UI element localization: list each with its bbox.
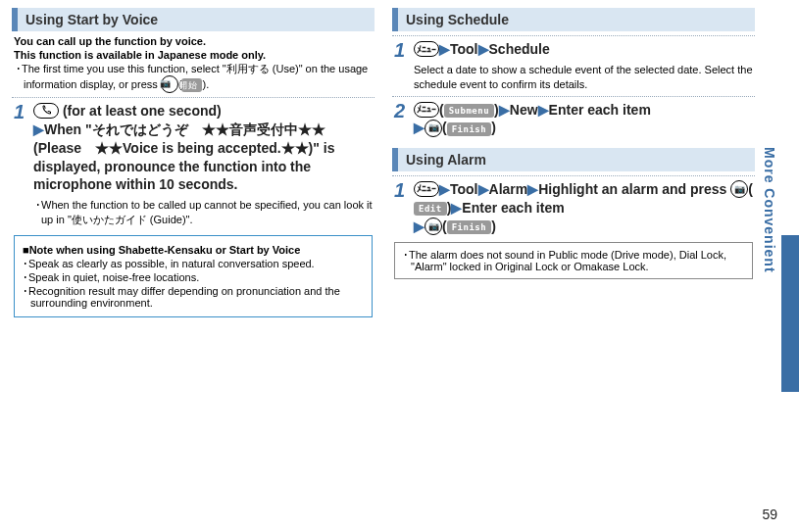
alarm-step-1-number: 1 [394,180,406,200]
heading-schedule: Using Schedule [392,8,755,31]
step-1: 1 (for at least one second) ▶When "それではど… [14,102,373,227]
camera-tv-icon: 📷 [424,120,442,137]
camera-tv-icon: 📷 [730,180,748,198]
triangle-icon: ▶ [499,102,510,118]
note-bullet-3: ･Recognition result may differ depending… [23,285,364,309]
phone-key-icon [33,103,59,119]
alarm-highlight-label: Highlight an alarm and press [538,181,730,197]
triangle-icon: ▶ [439,41,450,57]
triangle-icon: ▶ [414,120,424,135]
camera-tv-icon: 📷 [161,75,178,93]
left-column: Using Start by Voice You can call up the… [12,8,375,317]
menu-key-icon: ﾒﾆｭｰ [414,181,439,197]
schedule-new-label: New [510,102,538,118]
pill-start: 開始 [181,78,202,92]
schedule-step-2: 2 ﾒﾆｭｰ(Submenu)▶New▶Enter each item ▶📷(F… [394,101,753,138]
triangle-icon: ▶ [439,181,450,197]
schedule-step-1-body: ﾒﾆｭｰ▶Tool▶Schedule Select a date to show… [414,40,753,92]
schedule-label: Schedule [489,41,550,57]
triangle-icon: ▶ [538,102,549,118]
triangle-icon: ▶ [414,218,424,234]
right-column: Using Schedule 1 ﾒﾆｭｰ▶Tool▶Schedule Sele… [392,8,755,317]
menu-key-icon: ﾒﾆｭｰ [414,102,439,118]
page-number: 59 [762,507,777,522]
triangle-icon: ▶ [451,200,462,216]
heading-alarm: Using Alarm [392,148,755,171]
divider [392,96,755,97]
pill-finish: Finish [447,122,492,136]
heading-start-by-voice: Using Start by Voice [12,8,375,31]
alarm-note-box: ･The alarm does not sound in Public mode… [394,242,753,279]
divider [12,97,375,98]
note-bullet-1: ･Speak as clearly as possible, in natura… [23,258,364,269]
alarm-tool-label: Tool [450,181,478,197]
camera-tv-icon: 📷 [424,218,442,235]
triangle-icon: ▶ [478,41,489,57]
schedule-step-2-body: ﾒﾆｭｰ(Submenu)▶New▶Enter each item ▶📷(Fin… [414,101,753,138]
step-1-body: (for at least one second) ▶When "それではどうぞ… [33,102,373,227]
side-tab-label: More Convenient [762,147,777,273]
note-title: ■Note when using Shabette-Kensaku or Sta… [23,244,364,256]
alarm-step-1: 1 ﾒﾆｭｰ▶Tool▶Alarm▶Highlight an alarm and… [394,180,753,236]
step-1-lead: (for at least one second) [59,103,222,119]
triangle-icon: ▶ [527,181,538,197]
divider [392,175,755,176]
divider [392,35,755,36]
schedule-desc: Select a date to show a schedule event o… [414,63,753,92]
first-time-note: ･The ﬁrst time you use this function, se… [14,62,375,94]
alarm-label: Alarm [489,181,528,197]
schedule-enter-label: Enter each item [549,102,651,118]
pill-finish: Finish [447,220,492,234]
note-bullet-2: ･Speak in quiet, noise-free locations. [23,271,364,283]
schedule-step-1-number: 1 [394,40,406,60]
schedule-tool-label: Tool [450,41,478,57]
first-time-note-end: ). [202,78,209,90]
pill-submenu: Submenu [444,104,494,118]
alarm-step-1-body: ﾒﾆｭｰ▶Tool▶Alarm▶Highlight an alarm and p… [414,180,753,236]
schedule-step-2-number: 2 [394,101,406,121]
pill-edit: Edit [414,202,447,216]
step-1-main: When "それではどうぞ ★★音声受付中★★ (Please ★★Voice … [33,121,334,193]
alarm-note-text: ･The alarm does not sound in Public mode… [403,249,744,272]
triangle-icon: ▶ [33,121,44,137]
side-tab [781,235,799,392]
intro-line-1: You can call up the function by voice. [14,35,375,47]
intro-line-2: This function is available in Japanese m… [14,49,375,61]
step-1-number: 1 [14,102,25,121]
triangle-icon: ▶ [478,181,489,197]
menu-key-icon: ﾒﾆｭｰ [414,41,439,57]
step-1-sub: ･When the function to be called up canno… [33,198,373,227]
schedule-step-1: 1 ﾒﾆｭｰ▶Tool▶Schedule Select a date to sh… [394,40,753,92]
note-box: ■Note when using Shabette-Kensaku or Sta… [14,235,373,317]
alarm-enter-label: Enter each item [462,200,564,216]
